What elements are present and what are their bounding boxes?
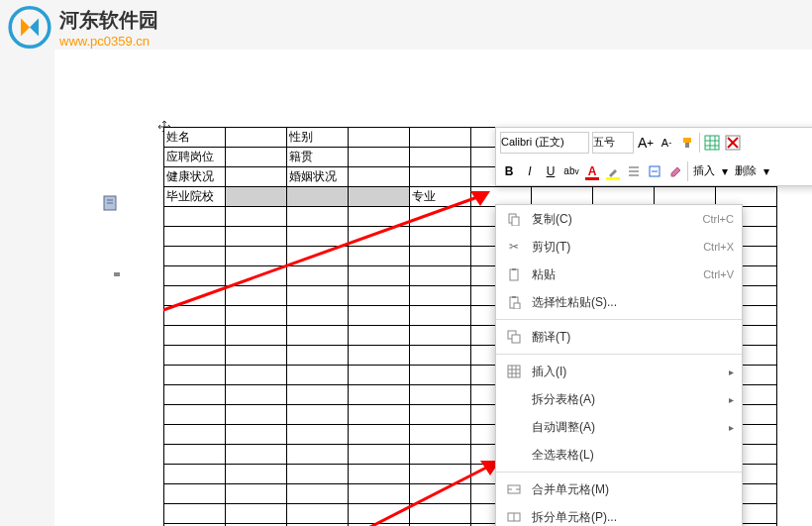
- table-cell[interactable]: [348, 148, 409, 167]
- table-cell[interactable]: [348, 326, 409, 346]
- menu-copy[interactable]: 复制(C) Ctrl+C: [496, 205, 742, 233]
- table-cell[interactable]: [409, 167, 470, 187]
- table-cell[interactable]: [286, 484, 348, 504]
- table-cell[interactable]: [225, 465, 286, 484]
- table-cell[interactable]: [348, 504, 409, 524]
- table-cell[interactable]: [225, 366, 286, 385]
- table-cell[interactable]: [225, 167, 286, 187]
- table-cell[interactable]: [164, 266, 226, 286]
- table-cell[interactable]: [164, 405, 226, 425]
- table-cell[interactable]: [348, 346, 409, 366]
- table-cell[interactable]: [286, 504, 348, 524]
- table-cell[interactable]: [409, 247, 470, 266]
- table-cell[interactable]: [348, 425, 409, 445]
- table-cell[interactable]: [164, 484, 226, 504]
- delete-table-button[interactable]: [724, 132, 742, 154]
- insert-dropdown[interactable]: ▾: [720, 160, 730, 182]
- table-cell[interactable]: [225, 286, 286, 306]
- table-cell[interactable]: [348, 484, 409, 504]
- table-cell[interactable]: [348, 247, 409, 266]
- table-cell[interactable]: [409, 306, 470, 326]
- menu-insert[interactable]: 插入(I) ▸: [496, 358, 742, 385]
- table-cell[interactable]: [164, 346, 226, 366]
- table-button[interactable]: [703, 132, 721, 154]
- table-cell[interactable]: [225, 346, 286, 366]
- italic-button[interactable]: I: [521, 160, 539, 182]
- table-cell[interactable]: [164, 445, 226, 465]
- decrease-font-button[interactable]: A-: [658, 132, 675, 154]
- menu-translate[interactable]: 翻译(T): [496, 323, 742, 351]
- table-cell[interactable]: [409, 425, 470, 445]
- table-cell[interactable]: [286, 247, 348, 266]
- table-cell[interactable]: [164, 247, 226, 266]
- bold-button[interactable]: B: [500, 160, 518, 182]
- font-size-select[interactable]: [592, 132, 634, 154]
- table-cell[interactable]: [348, 405, 409, 425]
- format-brush-button[interactable]: [678, 132, 696, 154]
- font-color-button[interactable]: A: [583, 160, 601, 182]
- table-cell[interactable]: [164, 385, 226, 405]
- increase-font-button[interactable]: A+: [637, 132, 655, 154]
- table-cell[interactable]: [164, 465, 226, 484]
- table-cell[interactable]: [225, 385, 286, 405]
- table-cell[interactable]: [409, 346, 470, 366]
- table-cell[interactable]: [409, 465, 470, 484]
- table-cell[interactable]: [225, 306, 286, 326]
- insert-label[interactable]: 插入: [691, 163, 717, 178]
- table-cell[interactable]: [286, 266, 348, 286]
- table-cell[interactable]: [409, 128, 470, 148]
- table-cell[interactable]: [409, 227, 470, 247]
- table-cell[interactable]: [225, 405, 286, 425]
- table-cell[interactable]: [348, 445, 409, 465]
- table-cell[interactable]: [409, 326, 470, 346]
- table-cell[interactable]: [348, 207, 409, 227]
- menu-paste-special[interactable]: 选择性粘贴(S)...: [496, 288, 742, 316]
- delete-dropdown[interactable]: ▾: [761, 160, 771, 182]
- table-cell[interactable]: 姓名: [164, 128, 226, 148]
- table-cell[interactable]: [348, 306, 409, 326]
- page-icon[interactable]: [100, 193, 120, 213]
- table-cell[interactable]: [225, 227, 286, 247]
- table-cell[interactable]: [286, 227, 348, 247]
- table-cell[interactable]: [164, 286, 226, 306]
- table-cell[interactable]: [164, 366, 226, 385]
- table-cell[interactable]: [286, 465, 348, 484]
- table-cell[interactable]: [286, 346, 348, 366]
- highlight-button[interactable]: [604, 160, 622, 182]
- table-cell[interactable]: [225, 247, 286, 266]
- table-cell[interactable]: [225, 504, 286, 524]
- table-cell[interactable]: [225, 148, 286, 167]
- valign-button[interactable]: [646, 160, 663, 182]
- table-cell[interactable]: 婚姻状况: [286, 167, 348, 187]
- table-cell[interactable]: [164, 326, 226, 346]
- table-cell[interactable]: [348, 286, 409, 306]
- table-cell[interactable]: [409, 504, 470, 524]
- table-cell[interactable]: [348, 227, 409, 247]
- table-cell[interactable]: [225, 128, 286, 148]
- table-cell[interactable]: [225, 187, 286, 207]
- table-cell[interactable]: [286, 326, 348, 346]
- menu-paste[interactable]: 粘贴 Ctrl+V: [496, 261, 742, 288]
- table-cell[interactable]: [164, 425, 226, 445]
- table-cell[interactable]: [164, 227, 226, 247]
- menu-auto-fit[interactable]: 自动调整(A) ▸: [496, 413, 742, 441]
- table-cell[interactable]: [286, 385, 348, 405]
- align-button[interactable]: [625, 160, 643, 182]
- table-cell[interactable]: [286, 306, 348, 326]
- table-cell[interactable]: [286, 207, 348, 227]
- menu-select-table[interactable]: 全选表格(L): [496, 441, 742, 469]
- table-cell[interactable]: [348, 266, 409, 286]
- underline-button[interactable]: U: [542, 160, 559, 182]
- table-cell[interactable]: [286, 286, 348, 306]
- table-cell[interactable]: [286, 445, 348, 465]
- table-cell[interactable]: [348, 385, 409, 405]
- menu-split-table[interactable]: 拆分表格(A) ▸: [496, 385, 742, 413]
- menu-cut[interactable]: ✂ 剪切(T) Ctrl+X: [496, 233, 742, 261]
- table-cell[interactable]: [225, 425, 286, 445]
- table-cell[interactable]: [225, 484, 286, 504]
- table-cell[interactable]: [348, 128, 409, 148]
- table-cell[interactable]: [409, 148, 470, 167]
- delete-label[interactable]: 删除: [733, 163, 759, 178]
- table-cell[interactable]: [348, 465, 409, 484]
- table-cell[interactable]: [348, 366, 409, 385]
